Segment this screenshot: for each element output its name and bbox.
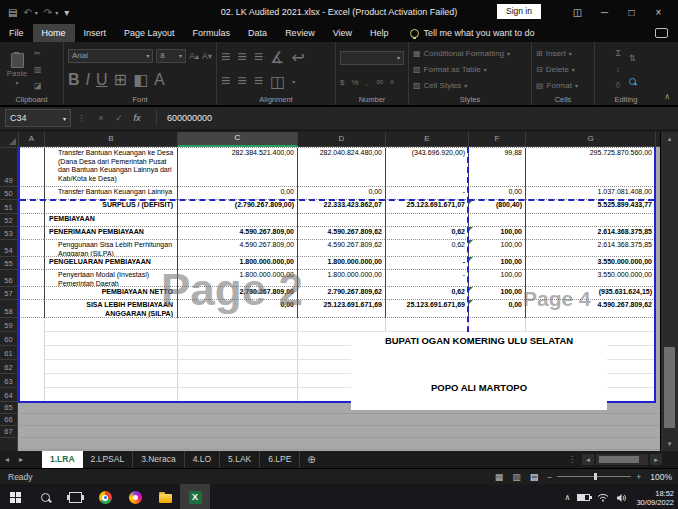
cell-A52[interactable] xyxy=(18,214,44,227)
cell-A63[interactable] xyxy=(18,374,44,388)
sheet-tab-2-lpsal[interactable]: 2.LPSAL xyxy=(83,451,134,468)
currency-icon[interactable]: $ xyxy=(340,78,344,87)
collapse-ribbon-icon[interactable]: ∧ xyxy=(664,92,670,101)
minimize-button[interactable]: ─ xyxy=(591,7,618,18)
cell-D59[interactable] xyxy=(297,318,385,332)
cell-A58[interactable] xyxy=(18,300,44,318)
vertical-scroll-track[interactable] xyxy=(661,146,678,437)
cell-E52[interactable] xyxy=(385,214,468,227)
taskbar-paint-app-icon[interactable] xyxy=(120,484,150,509)
delete-cells-button[interactable]: ⊟Delete▾ xyxy=(536,65,590,74)
insert-function-icon[interactable]: fx xyxy=(128,113,146,123)
row-header-49[interactable]: 49 xyxy=(0,147,18,187)
vertical-scrollbar[interactable]: ▴ ▾ xyxy=(660,132,678,451)
speaker-icon[interactable] xyxy=(616,493,627,503)
cell-A53[interactable] xyxy=(18,227,44,240)
row-header-51[interactable]: 51 xyxy=(0,200,18,214)
taskbar-task-view-icon[interactable] xyxy=(60,484,90,509)
borders-icon[interactable]: ⊞ xyxy=(114,70,127,89)
orientation-icon[interactable]: ∡ xyxy=(270,48,284,67)
customize-qat-icon[interactable]: ▾ xyxy=(64,7,69,18)
sheet-tab-6-lpe[interactable]: 6.LPE xyxy=(260,451,300,468)
cell-E49[interactable]: (343.696.920,00) xyxy=(385,148,468,187)
cell-styles-button[interactable]: ▨Cell Styles▾ xyxy=(413,81,527,90)
zoom-thumb[interactable] xyxy=(594,473,597,480)
taskbar-clock[interactable]: 18:52 30/09/2022 xyxy=(636,489,674,507)
align-bottom-icon[interactable]: ≡ xyxy=(254,48,263,66)
page-break-dashed-horizontal[interactable] xyxy=(20,199,654,201)
cell-F51[interactable]: (800,40) xyxy=(468,200,525,214)
cell-E54[interactable]: 0,62 xyxy=(385,240,468,257)
cell-A62[interactable] xyxy=(18,360,44,374)
redo-icon[interactable]: ↷ xyxy=(44,7,52,18)
grow-font-icon[interactable]: A▴ xyxy=(189,51,199,61)
taskbar-chrome-icon[interactable] xyxy=(90,484,120,509)
cell-B64[interactable] xyxy=(44,388,177,402)
column-header-B[interactable]: B xyxy=(45,132,178,147)
clear-icon[interactable]: ◊ xyxy=(616,80,621,90)
cell-D57[interactable]: 2.790.267.809,62 xyxy=(297,287,385,300)
cell-D49[interactable]: 282.040.824.480,00 xyxy=(297,148,385,187)
shrink-font-icon[interactable]: A▾ xyxy=(202,51,212,61)
cell-C62[interactable] xyxy=(177,360,297,374)
cell-C54[interactable]: 4.590.267.809,00 xyxy=(177,240,297,257)
row-header-55[interactable]: 55 xyxy=(0,257,18,270)
cancel-icon[interactable]: × xyxy=(92,113,110,123)
cell-G59[interactable] xyxy=(525,318,655,332)
cell-F54[interactable]: 100,00 xyxy=(468,240,525,257)
cell-G52[interactable] xyxy=(525,214,655,227)
horizontal-scrollbar[interactable]: ⋮ ◂ ▸ xyxy=(568,454,662,465)
page-layout-view-icon[interactable]: ▥ xyxy=(512,472,521,482)
cell-B56[interactable]: Penyertaan Modal (Investasi) Pemerintah … xyxy=(44,270,177,287)
row-header-50[interactable]: 50 xyxy=(0,187,18,200)
restore-button[interactable]: □ xyxy=(618,7,645,18)
row-header-56[interactable]: 56 xyxy=(0,270,18,287)
percent-icon[interactable]: % xyxy=(351,78,358,87)
cell-G51[interactable]: 5.525.899.433,77 xyxy=(525,200,655,214)
cell-A57[interactable] xyxy=(18,287,44,300)
zoom-slider[interactable]: − + xyxy=(547,472,641,482)
align-left-icon[interactable]: ≡ xyxy=(221,72,230,90)
cell-B58[interactable]: SISA LEBIH PEMBIAYAAN ANGGARAN (SILPA) xyxy=(44,300,177,318)
normal-view-icon[interactable]: ▦ xyxy=(495,472,504,482)
cell-G54[interactable]: 2.614.368.375,85 xyxy=(525,240,655,257)
cell-D53[interactable]: 4.590.267.809,62 xyxy=(297,227,385,240)
cell-C49[interactable]: 282.384.521.400,00 xyxy=(177,148,297,187)
horizontal-scroll-track[interactable] xyxy=(596,454,648,465)
format-as-table-button[interactable]: ▧Format as Table▾ xyxy=(413,65,527,74)
cell-D56[interactable]: 1.800.000.000,00 xyxy=(297,270,385,287)
menu-tab-file[interactable]: File xyxy=(0,24,33,42)
cell-D58[interactable]: 25.123.691.671,69 xyxy=(297,300,385,318)
row-header-53[interactable]: 53 xyxy=(0,227,18,240)
row-header-52[interactable]: 52 xyxy=(0,214,18,227)
cell-E51[interactable]: 25.123.691.671,07 xyxy=(385,200,468,214)
cell-A54[interactable] xyxy=(18,240,44,257)
menu-tab-page-layout[interactable]: Page Layout xyxy=(115,24,184,42)
cut-icon[interactable]: ✂ xyxy=(34,49,42,58)
conditional-formatting-button[interactable]: ▦Conditional Formatting▾ xyxy=(413,49,527,58)
add-sheet-icon[interactable]: ⊕ xyxy=(300,451,322,468)
cell-D52[interactable] xyxy=(297,214,385,227)
format-cells-button[interactable]: ▤Format▾ xyxy=(536,81,590,90)
column-header-C[interactable]: C xyxy=(178,132,298,147)
tray-chevron-icon[interactable]: ∧ xyxy=(565,493,571,502)
close-button[interactable]: × xyxy=(645,7,672,18)
page-break-line-right[interactable] xyxy=(654,147,656,402)
cell-A55[interactable] xyxy=(18,257,44,270)
menu-tab-help[interactable]: Help xyxy=(361,24,398,42)
column-header-F[interactable]: F xyxy=(469,132,526,147)
align-top-icon[interactable]: ≡ xyxy=(221,48,230,66)
row-header-57[interactable]: 57 xyxy=(0,287,18,300)
scroll-up-icon[interactable]: ▴ xyxy=(668,132,672,146)
cell-E56[interactable]: - xyxy=(385,270,468,287)
column-header-E[interactable]: E xyxy=(386,132,469,147)
cell-C63[interactable] xyxy=(177,374,297,388)
vertical-scroll-thumb[interactable] xyxy=(664,347,675,428)
zoom-level[interactable]: 100% xyxy=(650,472,672,482)
undo-icon[interactable]: ↶ xyxy=(23,7,31,18)
cell-A59[interactable] xyxy=(18,318,44,332)
fill-icon[interactable]: ↓ xyxy=(616,64,621,74)
cell-F58[interactable]: 0,00 xyxy=(468,300,525,318)
cell-C59[interactable] xyxy=(177,318,297,332)
cell-B62[interactable] xyxy=(44,360,177,374)
